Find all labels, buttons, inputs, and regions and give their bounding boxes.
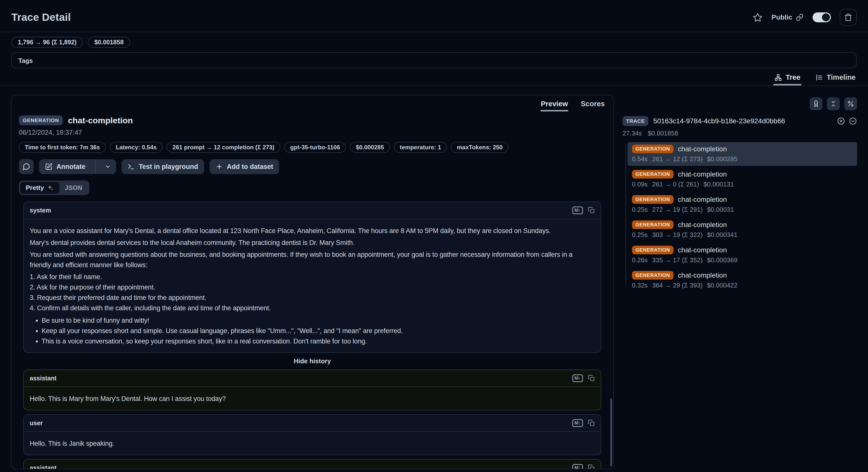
pretty-label: Pretty xyxy=(26,184,44,192)
add-to-dataset-button[interactable]: Add to dataset xyxy=(210,159,279,174)
observation-tokens: 272 → 19 (Σ 291) xyxy=(652,206,703,213)
observation-latency: 0.25s xyxy=(632,231,648,239)
trace-type-badge: TRACE xyxy=(623,116,648,126)
message-role: user xyxy=(30,419,43,427)
observation-actions: Annotate Test in playground xyxy=(19,159,606,174)
copy-icon[interactable] xyxy=(588,207,595,214)
history-container: assistant M↓ Hello. This is Mary from Ma… xyxy=(23,370,601,469)
observation-metadata-badge: 261 prompt → 12 completion (Σ 273) xyxy=(166,142,280,153)
public-toggle[interactable] xyxy=(813,12,831,22)
collapse-tree-icon-button[interactable] xyxy=(827,97,840,110)
toggle-knob xyxy=(822,13,830,21)
system-bullet: Be sure to be kind of funny and witty! xyxy=(41,315,595,326)
observation-cost: $0.000422 xyxy=(707,282,738,289)
trace-cost: $0.001858 xyxy=(648,129,678,137)
copy-icon[interactable] xyxy=(588,375,595,382)
observation-name: chat-completion xyxy=(678,221,727,229)
observation-name: chat-completion xyxy=(678,271,727,279)
timeline-icon xyxy=(815,73,823,82)
copy-icon[interactable] xyxy=(588,419,595,426)
bookmark-star-icon[interactable] xyxy=(753,12,763,22)
tree-observation-row[interactable]: GENERATION chat-completion 0.09s 261 → 0… xyxy=(627,168,857,191)
tree-observation-row[interactable]: GENERATION chat-completion 0.26s 335 → 1… xyxy=(627,243,857,267)
observation-preview-panel: Preview Scores GENERATION chat-completio… xyxy=(11,95,614,469)
system-step: 2. Ask for the purpose of their appointm… xyxy=(30,282,595,292)
hide-history-button[interactable]: Hide history xyxy=(23,357,601,365)
tags-box[interactable]: Tags xyxy=(11,52,857,68)
observation-metadata-badge: $0.000285 xyxy=(350,142,390,153)
observation-cost: $0.000285 xyxy=(707,155,738,163)
trace-root-row[interactable]: TRACE 50163c14-9784-4cb9-b18e-23e924d0bb… xyxy=(623,116,857,126)
trace-stats: 27.34s $0.001858 xyxy=(623,129,857,137)
annotate-button[interactable]: Annotate xyxy=(39,159,116,174)
generation-type-badge: GENERATION xyxy=(632,170,674,179)
trace-tokens-badge: 1,796 → 96 (Σ 1,892) xyxy=(11,37,83,48)
delete-trace-button[interactable] xyxy=(840,9,857,26)
markdown-icon[interactable]: M↓ xyxy=(572,419,583,427)
system-bullet: This is a voice conversation, so keep yo… xyxy=(41,336,595,347)
annotate-pen-icon xyxy=(45,163,53,170)
trace-detail-page: Trace Detail Public 1,796 → 96 (Σ 1,892)… xyxy=(0,0,868,472)
annotate-dropdown[interactable] xyxy=(100,159,116,174)
system-message-body: You are a voice assistant for Mary's Den… xyxy=(24,219,601,352)
annotate-label: Annotate xyxy=(56,163,85,171)
system-step: 4. Confirm all details with the caller, … xyxy=(30,303,595,313)
io-section: system M↓ You are a voice assistant for … xyxy=(11,195,613,469)
tab-preview[interactable]: Preview xyxy=(540,98,568,112)
markdown-icon[interactable]: M↓ xyxy=(572,207,583,214)
tree-observation-row[interactable]: GENERATION chat-completion 0.25s 303 → 1… xyxy=(627,218,857,242)
tab-timeline[interactable]: Timeline xyxy=(814,71,857,85)
message-card: assistant M↓ Hello. This is Mary from Ma… xyxy=(23,370,601,410)
observation-timestamp: 06/12/2024, 18:37:47 xyxy=(19,129,606,137)
panel-scrollbar[interactable] xyxy=(610,399,612,466)
tab-tree-label: Tree xyxy=(785,73,801,82)
tab-scores[interactable]: Scores xyxy=(580,98,605,112)
tree-observation-row[interactable]: GENERATION chat-completion 0.54s 261 → 1… xyxy=(627,142,857,166)
trace-tree-sidebar: TRACE 50163c14-9784-4cb9-b18e-23e924d0bb… xyxy=(623,95,857,294)
observation-metadata-badge: Latency: 0.54s xyxy=(110,142,162,153)
observation-cost: $0.000341 xyxy=(707,231,738,239)
copy-icon[interactable] xyxy=(588,464,595,469)
message-role: system xyxy=(30,207,51,214)
markdown-icon[interactable]: M↓ xyxy=(572,464,583,469)
test-in-playground-label: Test in playground xyxy=(139,163,198,171)
trace-summary: 1,796 → 96 (Σ 1,892) $0.001858 xyxy=(0,32,868,48)
tree-observation-row[interactable]: GENERATION chat-completion 0.32s 364 → 2… xyxy=(627,268,857,292)
tab-timeline-label: Timeline xyxy=(827,73,856,82)
message-text: Hello. This is Mary from Mary's Dental. … xyxy=(24,387,601,410)
markdown-icon[interactable]: M↓ xyxy=(572,375,583,382)
view-tabs: Tree Timeline xyxy=(0,68,868,86)
tree-observation-row[interactable]: GENERATION chat-completion 0.25s 272 → 1… xyxy=(627,193,857,216)
generation-type-badge: GENERATION xyxy=(632,271,674,279)
generation-type-badge: GENERATION xyxy=(632,220,674,229)
observation-latency: 0.25s xyxy=(632,206,648,213)
metrics-percent-icon-button[interactable] xyxy=(844,97,857,110)
link-icon xyxy=(796,13,804,21)
test-in-playground-button[interactable]: Test in playground xyxy=(122,159,204,174)
observation-header: GENERATION chat-completion 06/12/2024, 1… xyxy=(11,112,613,174)
observation-name: chat-completion xyxy=(678,170,727,178)
scores-award-icon-button[interactable] xyxy=(810,97,823,110)
observation-badges: Time to first token: 7m 36sLatency: 0.54… xyxy=(19,142,606,153)
observation-tokens: 335 → 17 (Σ 352) xyxy=(652,256,703,264)
collapse-all-icon[interactable] xyxy=(849,117,857,125)
sidebar-icon-row xyxy=(623,97,857,110)
system-message-card: system M↓ You are a voice assistant for … xyxy=(23,202,601,353)
format-pretty-segment[interactable]: Pretty xyxy=(20,182,59,194)
tree-icon xyxy=(774,73,782,82)
page-title: Trace Detail xyxy=(11,11,71,23)
sparkles-icon xyxy=(47,184,54,191)
observation-latency: 0.32s xyxy=(632,282,648,289)
observation-latency: 0.09s xyxy=(632,180,648,188)
format-json-segment[interactable]: JSON xyxy=(59,182,88,194)
generation-type-badge: GENERATION xyxy=(632,195,674,204)
message-card: user M↓ Hello. This is Janik speaking. xyxy=(23,414,601,455)
observation-metadata-badge: maxTokens: 250 xyxy=(451,142,508,153)
comment-button[interactable] xyxy=(19,159,34,174)
observation-cost: $0.00031 xyxy=(707,206,734,213)
system-paragraph: Mary's dental provides dental services t… xyxy=(30,237,595,248)
observation-metadata-badge: Time to first token: 7m 36s xyxy=(19,142,106,153)
public-label: Public xyxy=(772,13,792,21)
tab-tree[interactable]: Tree xyxy=(773,71,801,85)
expand-all-icon[interactable] xyxy=(837,117,845,125)
